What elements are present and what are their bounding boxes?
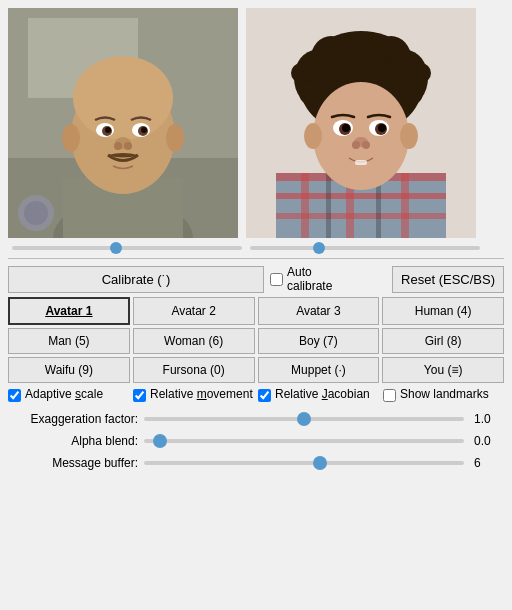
svg-point-48 [400, 123, 418, 149]
relative-movement-label[interactable]: Relative movement [150, 387, 253, 403]
avatar-btn-avatar2[interactable]: Avatar 2 [133, 297, 255, 325]
show-landmarks-label[interactable]: Show landmarks [400, 387, 489, 403]
alpha-blend-label: Alpha blend: [8, 434, 138, 448]
relative-jacobian-label[interactable]: Relative Jacobian [275, 387, 370, 403]
exaggeration-value: 1.0 [474, 412, 504, 426]
avatar-position-thumb[interactable] [313, 242, 325, 254]
avatar-display [246, 8, 476, 238]
svg-point-41 [399, 81, 423, 105]
message-buffer-track[interactable] [144, 461, 464, 465]
message-buffer-row: Message buffer: 6 [8, 455, 504, 471]
svg-point-45 [363, 37, 389, 63]
svg-point-54 [378, 124, 386, 132]
image-row [8, 8, 504, 238]
svg-point-57 [362, 141, 370, 149]
checkbox-row: Adaptive scale Relative movement Relativ… [8, 387, 504, 403]
alpha-blend-track[interactable] [144, 439, 464, 443]
show-landmarks-item: Show landmarks [383, 387, 504, 403]
avatar-btn-muppet[interactable]: Muppet (·) [258, 357, 380, 383]
divider-1 [8, 258, 504, 259]
svg-point-8 [62, 124, 80, 152]
relative-movement-checkbox[interactable] [133, 389, 146, 402]
avatar-btn-avatar3[interactable]: Avatar 3 [258, 297, 380, 325]
avatar-svg [246, 8, 476, 238]
avatar-grid: Avatar 1 Avatar 2 Avatar 3 Human (4) Man… [8, 297, 504, 383]
auto-calibrate-label[interactable]: Autocalibrate [270, 265, 332, 293]
alpha-blend-thumb[interactable] [153, 434, 167, 448]
svg-point-56 [352, 141, 360, 149]
alpha-blend-value: 0.0 [474, 434, 504, 448]
exaggeration-track[interactable] [144, 417, 464, 421]
svg-rect-30 [401, 173, 409, 238]
svg-point-39 [310, 54, 338, 82]
svg-rect-26 [301, 173, 309, 238]
svg-point-38 [299, 81, 323, 105]
svg-point-9 [166, 124, 184, 152]
svg-rect-27 [326, 173, 331, 238]
message-buffer-label: Message buffer: [8, 456, 138, 470]
avatar-btn-human4[interactable]: Human (4) [382, 297, 504, 325]
svg-rect-58 [355, 160, 367, 165]
svg-point-17 [114, 142, 122, 150]
position-slider-row [8, 246, 504, 250]
svg-point-40 [291, 63, 311, 83]
svg-point-15 [141, 127, 147, 133]
auto-calibrate-checkbox[interactable] [270, 273, 283, 286]
webcam-svg [8, 8, 238, 238]
relative-jacobian-checkbox[interactable] [258, 389, 271, 402]
avatar-btn-fursona0[interactable]: Fursona (0) [133, 357, 255, 383]
svg-point-18 [124, 142, 132, 150]
svg-point-20 [24, 201, 48, 225]
alpha-blend-slider-container [144, 433, 464, 449]
message-buffer-slider-container [144, 455, 464, 471]
adaptive-scale-item: Adaptive scale [8, 387, 129, 403]
webcam-feed [8, 8, 238, 238]
show-landmarks-checkbox[interactable] [383, 389, 396, 402]
avatar-btn-girl8[interactable]: Girl (8) [382, 328, 504, 354]
avatar-position-track[interactable] [250, 246, 480, 250]
message-buffer-thumb[interactable] [313, 456, 327, 470]
adaptive-scale-label[interactable]: Adaptive scale [25, 387, 103, 403]
svg-point-14 [105, 127, 111, 133]
calibrate-button[interactable]: Calibrate (˙) [8, 266, 264, 293]
svg-point-44 [333, 37, 359, 63]
main-container: Calibrate (˙) Autocalibrate Reset (ESC/B… [0, 0, 512, 485]
avatar-btn-you[interactable]: You (≡) [382, 357, 504, 383]
exaggeration-label: Exaggeration factor: [8, 412, 138, 426]
auto-calibrate-container: Autocalibrate [270, 265, 332, 293]
alpha-blend-row: Alpha blend: 0.0 [8, 433, 504, 449]
exaggeration-thumb[interactable] [297, 412, 311, 426]
avatar-btn-woman6[interactable]: Woman (6) [133, 328, 255, 354]
avatar-btn-boy7[interactable]: Boy (7) [258, 328, 380, 354]
avatar-btn-waifu9[interactable]: Waifu (9) [8, 357, 130, 383]
svg-point-42 [384, 54, 412, 82]
svg-point-53 [342, 124, 350, 132]
reset-button[interactable]: Reset (ESC/BS) [392, 266, 504, 293]
exaggeration-slider-container [144, 411, 464, 427]
adaptive-scale-checkbox[interactable] [8, 389, 21, 402]
message-buffer-value: 6 [474, 456, 504, 470]
auto-calibrate-text: Autocalibrate [287, 265, 332, 293]
webcam-position-thumb[interactable] [110, 242, 122, 254]
avatar-btn-man5[interactable]: Man (5) [8, 328, 130, 354]
relative-movement-item: Relative movement [133, 387, 254, 403]
exaggeration-row: Exaggeration factor: 1.0 [8, 411, 504, 427]
svg-point-43 [411, 63, 431, 83]
svg-point-46 [313, 82, 409, 190]
avatar-btn-avatar1[interactable]: Avatar 1 [8, 297, 130, 325]
svg-point-7 [73, 56, 173, 140]
webcam-position-track[interactable] [12, 246, 242, 250]
relative-jacobian-item: Relative Jacobian [258, 387, 379, 403]
svg-point-47 [304, 123, 322, 149]
